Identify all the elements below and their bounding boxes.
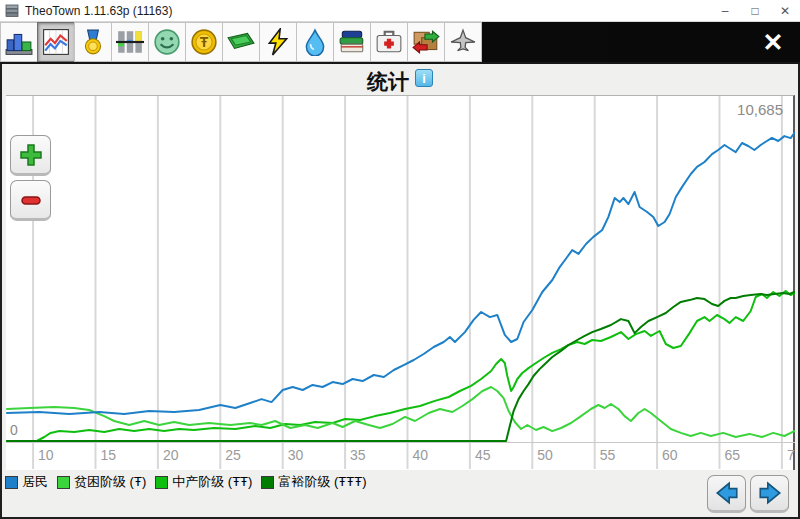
legend-swatch-residents (5, 476, 18, 489)
statistics-icon (42, 28, 70, 56)
info-icon[interactable]: i (415, 69, 433, 87)
toolbar-button-water[interactable] (296, 22, 334, 62)
svg-text:25: 25 (225, 447, 241, 463)
legend-swatch-rich (261, 476, 274, 489)
chart-svg[interactable]: 10152025303540455055606570 (6, 96, 795, 471)
chart-nav (707, 475, 789, 513)
svg-text:35: 35 (350, 447, 366, 463)
legend-item-residents: 居民 (5, 473, 48, 491)
chart-max-value: 10,685 (737, 101, 783, 118)
close-window-icon[interactable]: ✕ (770, 0, 800, 21)
theotown-window: TheoTown 1.11.63p (11163) – □ ✕ (0, 0, 800, 519)
prev-page-button[interactable] (707, 475, 746, 513)
minimize-icon[interactable]: – (710, 0, 740, 21)
svg-text:65: 65 (724, 447, 740, 463)
legend-item-poor: 贫困阶级 (Ŧ) (57, 473, 146, 491)
titlebar[interactable]: TheoTown 1.11.63p (11163) – □ ✕ (0, 0, 800, 22)
svg-text:30: 30 (288, 447, 304, 463)
ranking-icon (116, 28, 144, 56)
toolbar-button-health[interactable] (370, 22, 408, 62)
dialog-title-row: 统计i (2, 64, 798, 95)
chart-area[interactable]: 10152025303540455055606570 10,685 0 (6, 95, 795, 470)
plus-icon (18, 142, 44, 168)
legend-label: 贫困阶级 (Ŧ) (74, 473, 146, 491)
chart-zero-value: 0 (10, 422, 18, 438)
arrow-right-icon (757, 480, 783, 506)
svg-text:55: 55 (600, 447, 616, 463)
svg-text:15: 15 (100, 447, 116, 463)
legend-item-rich: 富裕阶级 (ŦŦŦ) (261, 473, 366, 491)
toolbar-button-trade[interactable] (407, 22, 445, 62)
svg-text:45: 45 (475, 447, 491, 463)
toolbar-button-energy[interactable] (259, 22, 297, 62)
toolbar-button-medal[interactable] (74, 22, 112, 62)
toolbar-button-statistics[interactable] (37, 22, 75, 62)
medal-icon (79, 28, 107, 56)
svg-text:50: 50 (537, 447, 553, 463)
water-icon (301, 28, 329, 56)
zoom-out-button[interactable] (10, 180, 51, 221)
toolbar-button-education[interactable] (333, 22, 371, 62)
toolbar-button-coin[interactable]: Ŧ (185, 22, 223, 62)
legend-swatch-poor (57, 476, 70, 489)
svg-text:20: 20 (163, 447, 179, 463)
window-title: TheoTown 1.11.63p (11163) (25, 4, 172, 18)
legend-item-middle: 中产阶级 (ŦŦ) (155, 473, 252, 491)
coin-icon: Ŧ (190, 28, 218, 56)
legend-label: 富裕阶级 (ŦŦŦ) (278, 473, 366, 491)
next-page-button[interactable] (750, 475, 789, 513)
toolbar-button-city[interactable] (0, 22, 38, 62)
minus-icon (18, 187, 44, 213)
arrow-left-icon (714, 480, 740, 506)
legend-swatch-middle (155, 476, 168, 489)
happiness-icon (153, 28, 181, 56)
app-icon (5, 3, 20, 18)
page-title: 统计 (367, 70, 409, 93)
toolbar-button-money[interactable] (222, 22, 260, 62)
svg-text:Ŧ: Ŧ (200, 34, 209, 50)
svg-text:10: 10 (38, 447, 54, 463)
legend-label: 中产阶级 (ŦŦ) (172, 473, 252, 491)
city-icon (5, 28, 33, 56)
health-icon (375, 28, 403, 56)
trade-icon (412, 28, 440, 56)
toolbar-button-happiness[interactable] (148, 22, 186, 62)
airport-icon (449, 28, 477, 56)
toolbar-button-airport[interactable] (444, 22, 482, 62)
maximize-icon[interactable]: □ (740, 0, 770, 21)
legend-label: 居民 (22, 473, 48, 491)
money-icon (227, 28, 255, 56)
close-dialog-icon[interactable]: ✕ (758, 22, 788, 62)
zoom-in-button[interactable] (10, 135, 51, 176)
stats-toolbar: Ŧ (0, 22, 800, 64)
chart-legend: 居民 贫困阶级 (Ŧ) 中产阶级 (ŦŦ) 富裕阶级 (ŦŦŦ) (5, 471, 366, 493)
svg-text:60: 60 (662, 447, 678, 463)
energy-icon (264, 28, 292, 56)
svg-text:40: 40 (412, 447, 428, 463)
svg-text:70: 70 (787, 447, 795, 463)
statistics-dialog: 统计i 10152025303540455055606570 10,685 0 … (0, 64, 800, 519)
toolbar-button-ranking[interactable] (111, 22, 149, 62)
education-icon (338, 28, 366, 56)
